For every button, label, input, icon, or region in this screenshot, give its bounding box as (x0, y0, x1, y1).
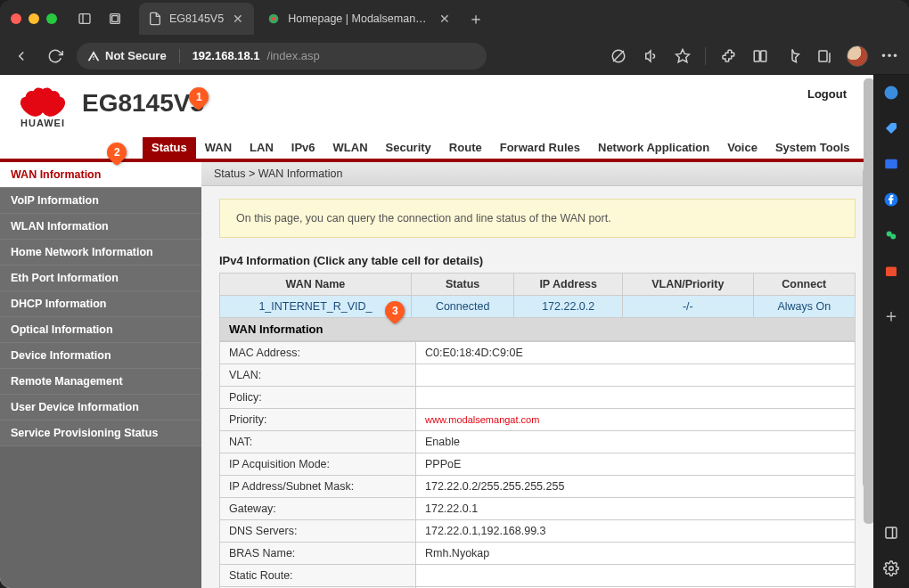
nav-refresh-button[interactable] (43, 44, 68, 69)
read-aloud-icon[interactable] (641, 46, 660, 66)
kv-key: MAC Address: (220, 342, 416, 364)
nav-item-network-application[interactable]: Network Application (589, 136, 718, 159)
svg-rect-3 (112, 16, 119, 22)
top-nav: StatusWANLANIPv6WLANSecurityRouteForward… (0, 137, 873, 162)
page-favicon-icon (266, 12, 281, 26)
new-tab-button[interactable]: ＋ (461, 3, 491, 35)
kv-value: 172.22.0.2/255.255.255.255 (416, 476, 856, 498)
ipv4-header: Connect (753, 274, 855, 296)
nav-item-wlan[interactable]: WLAN (324, 136, 377, 159)
ipv4-cell[interactable]: -/- (623, 296, 754, 318)
split-screen-icon[interactable] (750, 46, 770, 66)
logout-link[interactable]: Logout (807, 87, 847, 101)
copilot-icon[interactable] (880, 82, 902, 103)
edge-sidebar: ＋ (873, 75, 909, 588)
menu-icon[interactable]: ••• (880, 46, 900, 66)
side-item-voip-information[interactable]: VoIP Information (0, 188, 201, 214)
kv-key: VLAN: (220, 364, 416, 387)
nav-item-security[interactable]: Security (377, 136, 440, 159)
kv-row: IP Acquisition Mode:PPPoE (220, 453, 856, 476)
address-bar: Not Secure 192.168.18.1/index.asp ••• (0, 37, 909, 75)
window-minimize-button[interactable] (29, 13, 39, 24)
nav-item-forward-rules[interactable]: Forward Rules (491, 136, 589, 159)
sidebar-panel-icon[interactable] (880, 522, 902, 543)
side-item-wlan-information[interactable]: WLAN Information (0, 214, 201, 240)
ipv4-cell[interactable]: 1_INTERNET_R_VID_ (220, 296, 412, 318)
svg-rect-12 (819, 51, 827, 61)
svg-rect-0 (79, 14, 90, 24)
wan-kv-table: MAC Address:C0:E0:18:4D:C9:0EVLAN:Policy… (219, 341, 856, 588)
collections-icon[interactable] (815, 46, 834, 66)
toolbar-right: ••• (609, 45, 900, 67)
side-item-wan-information[interactable]: WAN Information (0, 162, 201, 188)
svg-marker-8 (676, 49, 690, 61)
ipv4-header: WAN Name (220, 274, 412, 296)
games-icon[interactable] (880, 225, 902, 246)
ipv4-header: IP Address (514, 274, 623, 296)
favorites-bar-icon[interactable] (782, 46, 802, 66)
tab-overview-icon[interactable] (103, 7, 127, 30)
sidebar-toggle-icon[interactable] (73, 7, 96, 30)
tab-close-icon[interactable]: ✕ (231, 10, 245, 28)
side-item-user-device-information[interactable]: User Device Information (0, 395, 201, 421)
kv-row: NAT:Enable (220, 431, 856, 453)
router-admin-page: HUAWEI EG8145V5 Logout 1 StatusWANLANIPv… (0, 75, 873, 588)
security-warning[interactable]: Not Secure (87, 49, 167, 62)
ipv4-cell[interactable]: Connected (411, 296, 513, 318)
nav-item-ipv6[interactable]: IPv6 (283, 136, 324, 159)
svg-rect-9 (754, 51, 759, 61)
separator (179, 49, 180, 63)
kv-value: Enable (416, 431, 856, 453)
nav-item-system-tools[interactable]: System Tools (766, 136, 859, 159)
extensions-icon[interactable] (718, 46, 738, 66)
side-item-optical-information[interactable]: Optical Information (0, 317, 201, 343)
nav-item-voice[interactable]: Voice (718, 136, 766, 159)
ipv4-section-title: IPv4 Information (Click any table cell f… (219, 254, 856, 267)
viewport-scrollbar[interactable] (864, 75, 873, 588)
page-viewport: HUAWEI EG8145V5 Logout 1 StatusWANLANIPv… (0, 75, 873, 588)
kv-value (416, 387, 856, 409)
side-item-service-provisioning-status[interactable]: Service Provisioning Status (0, 421, 201, 446)
side-item-eth-port-information[interactable]: Eth Port Information (0, 265, 201, 291)
nav-item-wan[interactable]: WAN (196, 136, 241, 159)
kv-key: NAT: (220, 431, 416, 453)
left-nav: WAN InformationVoIP InformationWLAN Info… (0, 162, 201, 588)
nav-item-status[interactable]: Status (143, 136, 196, 159)
kv-value (416, 565, 856, 587)
ipv4-cell[interactable]: Always On (753, 296, 855, 318)
window-close-button[interactable] (11, 13, 21, 24)
nav-item-lan[interactable]: LAN (241, 136, 283, 159)
side-item-remote-management[interactable]: Remote Management (0, 369, 201, 395)
ipv4-cell[interactable]: 172.22.0.2 (514, 296, 623, 318)
svg-point-5 (272, 17, 275, 20)
settings-gear-icon[interactable] (880, 558, 902, 579)
browser-tab[interactable]: Homepage | Modalsemangat.c… ✕ (258, 3, 461, 35)
side-item-dhcp-information[interactable]: DHCP Information (0, 291, 201, 317)
side-item-device-information[interactable]: Device Information (0, 343, 201, 369)
tab-close-icon[interactable]: ✕ (438, 10, 452, 28)
kv-key: Priority: (220, 409, 416, 431)
window-zoom-button[interactable] (46, 13, 57, 24)
ipv4-table-row[interactable]: 1_INTERNET_R_VID_Connected172.22.0.2-/-A… (220, 296, 856, 318)
url-field[interactable]: Not Secure 192.168.18.1/index.asp (77, 43, 487, 69)
window-titlebar: EG8145V5 ✕ Homepage | Modalsemangat.c… ✕… (0, 0, 909, 37)
outlook-icon[interactable] (880, 153, 902, 175)
profile-avatar[interactable] (847, 45, 868, 67)
side-item-home-network-information[interactable]: Home Network Information (0, 240, 201, 265)
add-sidebar-icon[interactable]: ＋ (880, 305, 902, 326)
kv-value: 172.22.0.1,192.168.99.3 (416, 520, 856, 543)
shopping-tag-icon[interactable] (880, 118, 902, 139)
svg-line-7 (613, 51, 624, 61)
kv-row: BRAS Name:Rmh.Nyokap (220, 543, 856, 565)
shopee-icon[interactable] (880, 260, 902, 282)
nav-item-route[interactable]: Route (440, 136, 491, 159)
kv-row: DNS Servers:172.22.0.1,192.168.99.3 (220, 520, 856, 543)
router-header: HUAWEI EG8145V5 Logout 1 (0, 75, 873, 137)
tracking-icon[interactable] (609, 46, 628, 66)
nav-back-button[interactable] (9, 44, 34, 69)
favorite-icon[interactable] (673, 46, 692, 66)
facebook-icon[interactable] (880, 189, 902, 210)
tab-label: Homepage | Modalsemangat.c… (288, 12, 430, 25)
security-label: Not Secure (105, 49, 167, 62)
browser-tab-active[interactable]: EG8145V5 ✕ (139, 3, 254, 35)
